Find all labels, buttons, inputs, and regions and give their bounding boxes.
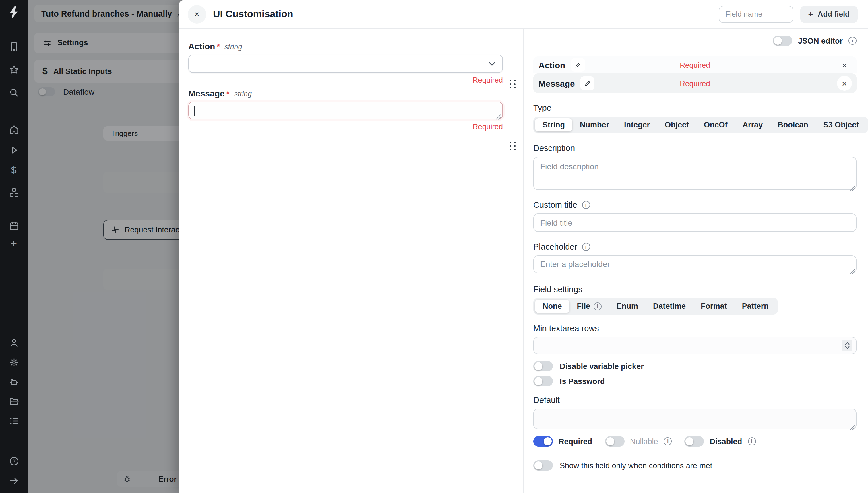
- resize-grip[interactable]: [850, 266, 855, 272]
- add-icon[interactable]: +: [6, 236, 21, 251]
- pencil-icon: [574, 61, 581, 69]
- sidebar-item-runs[interactable]: [6, 142, 21, 157]
- sidebar-item-organization[interactable]: [6, 39, 21, 54]
- type-option[interactable]: Array: [735, 118, 770, 131]
- remove-field-button[interactable]: ×: [837, 76, 852, 91]
- type-option[interactable]: Boolean: [770, 118, 816, 131]
- sidebar-item-home[interactable]: [6, 122, 21, 136]
- info-icon[interactable]: i: [848, 37, 856, 45]
- number-stepper[interactable]: [842, 340, 852, 351]
- type-option[interactable]: Object: [657, 118, 696, 131]
- toggle-label: Nullable: [630, 437, 658, 446]
- info-icon[interactable]: i: [582, 201, 590, 209]
- field-settings-segment: None File i Enum Datetime Format Pattern: [533, 298, 778, 315]
- type-label: Type: [533, 103, 856, 112]
- custom-title-label: Custom title i: [533, 200, 856, 210]
- resize-grip[interactable]: [850, 183, 855, 189]
- description-label: Description: [533, 144, 856, 153]
- text-caret: [194, 106, 195, 116]
- field-settings-option[interactable]: Pattern: [735, 300, 776, 313]
- toggle-label: Disabled: [710, 437, 742, 446]
- type-option[interactable]: Integer: [617, 118, 657, 131]
- field-settings-label: Field settings: [533, 285, 856, 294]
- is-password-row: Is Password: [533, 376, 856, 386]
- ui-customisation-modal: × UI Customisation + Add field Action * …: [178, 0, 868, 493]
- description-textarea[interactable]: [533, 157, 856, 190]
- default-textarea[interactable]: [533, 409, 856, 429]
- close-icon: ×: [194, 9, 199, 19]
- folder-icon[interactable]: [6, 394, 21, 409]
- required-asterisk: *: [217, 42, 220, 51]
- field-settings-option[interactable]: Enum: [609, 300, 645, 313]
- search-icon[interactable]: [6, 85, 21, 100]
- sidebar-item-integrations[interactable]: [6, 185, 21, 200]
- field-name-input[interactable]: [718, 5, 793, 23]
- resize-grip[interactable]: [495, 112, 501, 117]
- modal-header: × UI Customisation + Add field: [178, 0, 868, 29]
- message-textarea[interactable]: [188, 102, 503, 120]
- field-row-status: Required: [680, 79, 710, 87]
- condition-row: Show this field only when conditions are…: [533, 460, 856, 471]
- field-row-message[interactable]: Message Required ×: [533, 73, 856, 93]
- type-option[interactable]: S3 Object: [816, 118, 867, 131]
- toggle-label: Disable variable picker: [560, 362, 644, 370]
- sidebar-item-billing[interactable]: $: [6, 163, 21, 178]
- info-icon[interactable]: i: [582, 243, 590, 251]
- json-editor-toggle[interactable]: [773, 36, 792, 46]
- expand-icon[interactable]: [6, 473, 21, 488]
- sidebar-item-assistant[interactable]: [6, 374, 21, 389]
- drag-handle[interactable]: [509, 140, 517, 153]
- disable-variable-picker-toggle[interactable]: [533, 361, 553, 371]
- field-settings-option[interactable]: Datetime: [645, 300, 693, 313]
- field-row-action[interactable]: Action Required ×: [533, 56, 856, 73]
- action-field-header: Action * string: [188, 41, 503, 51]
- resize-grip[interactable]: [850, 423, 855, 428]
- custom-title-input[interactable]: [533, 214, 856, 232]
- field-row-name: Message: [538, 78, 575, 88]
- field-error: Required: [188, 76, 503, 85]
- condition-toggle[interactable]: [533, 460, 553, 471]
- pencil-icon: [584, 80, 591, 87]
- min-rows-input[interactable]: [533, 337, 856, 354]
- required-toggle[interactable]: [533, 436, 553, 447]
- close-icon: ×: [842, 60, 847, 70]
- is-password-toggle[interactable]: [533, 376, 553, 386]
- sidebar-item-schedules[interactable]: [6, 218, 21, 233]
- type-segment: String Number Integer Object OneOf Array: [533, 116, 868, 133]
- info-icon[interactable]: i: [594, 302, 601, 310]
- sidebar-item-logs[interactable]: [6, 413, 21, 428]
- edit-field-button[interactable]: [581, 76, 594, 90]
- type-option[interactable]: OneOf: [696, 118, 735, 131]
- json-editor-row: JSON editor i: [533, 35, 856, 47]
- field-type: string: [225, 43, 242, 51]
- app-root: $ + Tuto Refund branch: [0, 0, 868, 493]
- sidebar-item-favorites[interactable]: [6, 62, 21, 77]
- info-icon[interactable]: i: [748, 437, 756, 445]
- help-icon[interactable]: [6, 453, 21, 468]
- default-label: Default: [533, 395, 856, 405]
- field-settings-option[interactable]: Format: [693, 300, 735, 313]
- placeholder-textarea[interactable]: [533, 255, 856, 273]
- disable-variable-picker-row: Disable variable picker: [533, 361, 856, 371]
- drag-handle[interactable]: [509, 78, 517, 91]
- type-option[interactable]: String: [535, 118, 572, 131]
- field-settings-option[interactable]: None: [535, 300, 570, 313]
- chevron-down-icon: [489, 61, 495, 66]
- field-error: Required: [188, 122, 503, 131]
- edit-field-button[interactable]: [571, 58, 585, 72]
- nullable-toggle[interactable]: [605, 436, 624, 447]
- toggle-label: Is Password: [560, 377, 605, 385]
- action-select[interactable]: [188, 55, 503, 73]
- condition-label: Show this field only when conditions are…: [560, 461, 712, 470]
- remove-field-button[interactable]: ×: [837, 57, 852, 72]
- field-settings-option[interactable]: File i: [570, 300, 609, 313]
- type-option[interactable]: Number: [572, 118, 617, 131]
- modal-title: UI Customisation: [213, 8, 293, 20]
- add-field-label: Add field: [818, 10, 850, 18]
- sidebar-item-profile[interactable]: [6, 335, 21, 350]
- info-icon[interactable]: i: [664, 437, 672, 445]
- disabled-toggle[interactable]: [684, 436, 704, 447]
- close-button[interactable]: ×: [188, 5, 206, 23]
- add-field-button[interactable]: + Add field: [800, 5, 858, 23]
- gear-icon[interactable]: [6, 355, 21, 370]
